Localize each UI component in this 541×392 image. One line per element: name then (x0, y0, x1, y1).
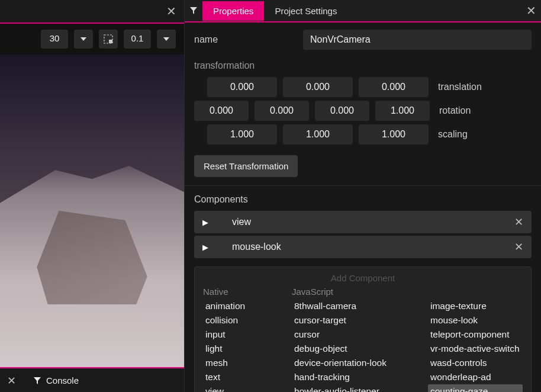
picker-item[interactable]: teleport-component (428, 327, 523, 342)
picker-item[interactable]: mouse-look (428, 313, 523, 327)
filter-icon[interactable] (185, 7, 202, 15)
viewport-3d[interactable] (0, 54, 184, 367)
picker-item[interactable]: 8thwall-camera (292, 299, 410, 313)
transformation-label: transformation (185, 54, 541, 75)
picker-item[interactable]: mesh (203, 356, 274, 370)
picker-col-js2: image-texturemouse-lookteleport-componen… (428, 287, 523, 392)
svg-rect-1 (109, 40, 112, 43)
picker-item[interactable]: hand-tracking (292, 370, 410, 384)
rotation-z[interactable]: 0.000 (315, 101, 369, 121)
right-panel: Properties Project Settings ✕ name NonVr… (185, 0, 541, 392)
translation-x[interactable]: 0.000 (207, 77, 277, 97)
component-view[interactable]: ▶ view ✕ (194, 211, 532, 233)
console-label: Console (46, 375, 79, 385)
picker-item[interactable]: wasd-controls (428, 356, 523, 370)
properties-body: name NonVrCamera transformation 0.000 0.… (185, 23, 541, 392)
picker-col-head: JavaScript (292, 287, 410, 297)
component-name: view (221, 217, 501, 227)
picker-item[interactable]: image-texture (428, 299, 523, 313)
translation-z[interactable]: 0.000 (359, 77, 429, 97)
rotation-w[interactable]: 1.000 (375, 101, 430, 121)
component-mouse-look[interactable]: ▶ mouse-look ✕ (194, 236, 532, 258)
close-icon[interactable]: ✕ (2, 372, 20, 390)
filter-icon (33, 377, 41, 385)
name-label: name (194, 34, 295, 45)
picker-item[interactable]: cursor (292, 327, 410, 342)
grid-size-input[interactable]: 30 (41, 30, 68, 49)
chevron-down-icon[interactable] (74, 30, 93, 49)
picker-item[interactable]: collision (203, 313, 274, 327)
translation-suffix: translation (438, 82, 482, 92)
left-panel-top: ✕ (0, 0, 184, 23)
remove-component-icon[interactable]: ✕ (512, 216, 526, 229)
console-tab[interactable]: Console (25, 372, 87, 389)
snap-input[interactable]: 0.1 (124, 30, 151, 49)
scaling-suffix: scaling (438, 129, 468, 140)
rotation-suffix: rotation (439, 105, 471, 116)
picker-item[interactable]: device-orientation-look (292, 356, 410, 370)
picker-item[interactable]: text (203, 370, 274, 384)
scaling-z[interactable]: 1.000 (359, 124, 429, 144)
picker-item[interactable]: input (203, 327, 274, 342)
add-component-picker: Add Component Native animationcollisioni… (194, 266, 532, 392)
bottom-bar: ✕ Console (0, 368, 184, 392)
expand-icon[interactable]: ▶ (200, 218, 211, 227)
tab-bar: Properties Project Settings ✕ (185, 0, 541, 23)
remove-component-icon[interactable]: ✕ (512, 240, 526, 253)
picker-col-head: Native (203, 287, 274, 297)
picker-item[interactable]: light (203, 342, 274, 356)
scaling-y[interactable]: 1.000 (283, 124, 353, 144)
chevron-down-icon[interactable] (157, 30, 176, 49)
close-icon[interactable]: ✕ (521, 4, 541, 18)
component-name: mouse-look (221, 242, 501, 252)
picker-item[interactable]: vr-mode-active-switch (428, 342, 523, 356)
viewport-toolbar: 30 0.1 (0, 24, 184, 54)
picker-col-js1: JavaScript 8thwall-cameracursor-targetcu… (292, 287, 410, 392)
picker-item[interactable]: view (203, 384, 274, 392)
picker-col-native: Native animationcollisioninputlightmesht… (203, 287, 274, 392)
bounds-icon[interactable] (99, 30, 118, 49)
left-panel: ✕ 30 0.1 ✕ Console (0, 0, 185, 392)
scaling-x[interactable]: 1.000 (207, 124, 277, 144)
name-input[interactable]: NonVrCamera (303, 30, 532, 50)
picker-item[interactable]: animation (203, 299, 274, 313)
picker-item[interactable]: howler-audio-listener (292, 384, 410, 392)
transformation-grid: 0.000 0.000 0.000 translation 0.000 0.00… (185, 75, 541, 153)
tab-project-settings[interactable]: Project Settings (264, 1, 347, 21)
picker-item[interactable]: cursor-target (292, 313, 410, 327)
picker-col-head (428, 287, 523, 297)
add-component-label: Add Component (203, 273, 523, 283)
rotation-y[interactable]: 0.000 (255, 101, 309, 121)
components-label: Components (185, 188, 541, 208)
picker-item[interactable]: debug-object (292, 342, 410, 356)
translation-y[interactable]: 0.000 (283, 77, 353, 97)
picker-item[interactable]: counting-gaze (428, 384, 523, 392)
rotation-x[interactable]: 0.000 (194, 101, 249, 121)
expand-icon[interactable]: ▶ (200, 243, 211, 252)
reset-transformation-button[interactable]: Reset Transformation (194, 155, 298, 177)
close-icon[interactable]: ✕ (163, 3, 179, 20)
tab-properties[interactable]: Properties (202, 1, 264, 21)
picker-item[interactable]: wonderleap-ad (428, 370, 523, 384)
